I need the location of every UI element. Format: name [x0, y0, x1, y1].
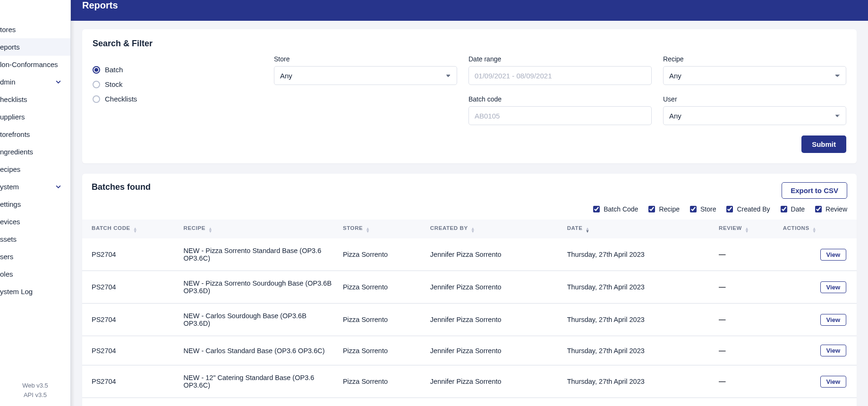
th-review[interactable]: REVIEW▲▼ — [714, 220, 778, 238]
cell-store: Pizza Sorrento — [338, 271, 425, 304]
cell-review: — — [714, 238, 778, 271]
cell-created_by: Jennifer Pizza Sorrento — [425, 304, 562, 336]
sidebar-item-0[interactable]: tores — [0, 21, 70, 38]
main: Reports Search & Filter BatchStockCheckl… — [71, 0, 868, 406]
cell-date: Thursday, 27th April 2023 — [562, 365, 714, 398]
recipe-select[interactable]: Any — [663, 66, 846, 85]
sidebar-item-label: ecipes — [0, 165, 20, 173]
report-type-radios: BatchStockChecklists — [93, 55, 263, 153]
sidebar-item-9[interactable]: ystem — [0, 178, 70, 195]
toggle-label: Recipe — [659, 205, 680, 213]
column-toggle-date[interactable]: Date — [779, 204, 805, 214]
date-range-label: Date range — [468, 55, 652, 63]
sidebar-item-label: ssets — [0, 235, 17, 243]
sidebar-item-2[interactable]: lon-Conformances — [0, 56, 70, 73]
sidebar-item-7[interactable]: ngredients — [0, 143, 70, 161]
export-csv-button[interactable]: Export to CSV — [782, 182, 847, 199]
sidebar-item-label: dmin — [0, 78, 16, 86]
checkbox[interactable] — [690, 206, 697, 212]
version-web: Web v3.5 — [0, 381, 70, 390]
sidebar: toreseportslon-Conformancesdminhecklists… — [0, 0, 71, 406]
cell-actions: View — [778, 365, 857, 398]
column-toggle-review[interactable]: Review — [813, 204, 847, 214]
checkbox[interactable] — [593, 206, 600, 212]
column-toggle-batch-code[interactable]: Batch Code — [591, 204, 638, 214]
sidebar-item-12[interactable]: ssets — [0, 230, 70, 248]
radio-label: Stock — [105, 80, 123, 88]
store-select[interactable]: Any — [274, 66, 457, 85]
cell-date: Thursday, 27th April 2023 — [562, 304, 714, 336]
sidebar-item-4[interactable]: hecklists — [0, 91, 70, 108]
checkbox[interactable] — [648, 206, 655, 212]
th-store[interactable]: STORE▲▼ — [338, 220, 425, 238]
column-toggle-store[interactable]: Store — [688, 204, 716, 214]
view-button[interactable]: View — [820, 281, 846, 293]
sidebar-item-13[interactable]: sers — [0, 248, 70, 265]
cell-batch_code: PS2604 — [82, 398, 179, 406]
sidebar-item-label: sers — [0, 253, 13, 261]
toggle-label: Created By — [737, 205, 770, 213]
batch-code-input[interactable] — [468, 106, 652, 125]
cell-recipe: NEW - Pizza Sorrento Standard Base (OP3.… — [179, 238, 338, 271]
sidebar-item-3[interactable]: dmin — [0, 73, 70, 91]
sidebar-item-10[interactable]: ettings — [0, 195, 70, 213]
sidebar-item-8[interactable]: ecipes — [0, 161, 70, 178]
search-filter-panel: Search & Filter BatchStockChecklists Sto… — [82, 29, 857, 163]
toggle-label: Date — [791, 205, 805, 213]
table-row: PS2704NEW - Pizza Sorrento Standard Base… — [82, 238, 857, 271]
view-button[interactable]: View — [820, 314, 846, 326]
radio-dot-icon — [93, 95, 100, 103]
checkbox[interactable] — [781, 206, 787, 212]
th-label: REVIEW — [719, 225, 742, 231]
th-label: DATE — [567, 225, 583, 231]
cell-recipe: NEW - 12" Catering Standard Base (OP3.6 … — [179, 365, 338, 398]
checkbox[interactable] — [815, 206, 822, 212]
cell-actions: View — [778, 304, 857, 336]
cell-store: Pizza Sorrento — [338, 336, 425, 365]
review-dash-icon: — — [719, 347, 726, 355]
cell-created_by: Jennifer Pizza Sorrento — [425, 238, 562, 271]
sort-icon: ▲▼ — [471, 227, 476, 233]
th-actions[interactable]: ACTIONS▲▼ — [778, 220, 857, 238]
cell-recipe: NEW - Pizza Sorrento Sourdough Base (OP3… — [179, 271, 338, 304]
content: Search & Filter BatchStockChecklists Sto… — [71, 21, 868, 406]
column-toggle-recipe[interactable]: Recipe — [647, 204, 680, 214]
batches-table: BATCH CODE▲▼RECIPE▲▼STORE▲▼CREATED BY▲▼D… — [82, 220, 857, 406]
table-row: PS2704NEW - Carlos Standard Base (OP3.6 … — [82, 336, 857, 365]
column-toggle-created-by[interactable]: Created By — [724, 204, 770, 214]
review-dash-icon: — — [719, 251, 726, 258]
submit-button[interactable]: Submit — [801, 135, 846, 153]
view-button[interactable]: View — [820, 376, 846, 388]
cell-store: Pizza Sorrento — [338, 304, 425, 336]
sidebar-item-label: eports — [0, 43, 20, 51]
user-select[interactable]: Any — [663, 106, 846, 125]
sidebar-item-label: lon-Conformances — [0, 60, 58, 68]
batch-code-label: Batch code — [468, 95, 652, 103]
th-created_by[interactable]: CREATED BY▲▼ — [425, 220, 562, 238]
th-label: BATCH CODE — [92, 225, 130, 231]
date-range-input[interactable] — [468, 66, 652, 85]
th-recipe[interactable]: RECIPE▲▼ — [179, 220, 338, 238]
sidebar-item-1[interactable]: eports — [0, 38, 70, 56]
sidebar-item-6[interactable]: torefronts — [0, 126, 70, 143]
sidebar-item-15[interactable]: ystem Log — [0, 283, 70, 300]
chevron-down-icon — [56, 78, 61, 86]
view-button[interactable]: View — [820, 249, 846, 261]
radio-stock[interactable]: Stock — [93, 80, 263, 88]
th-batch_code[interactable]: BATCH CODE▲▼ — [82, 220, 179, 238]
view-button[interactable]: View — [820, 345, 846, 356]
sidebar-item-5[interactable]: uppliers — [0, 108, 70, 126]
cell-store: Pizza Sorrento — [338, 365, 425, 398]
checkbox[interactable] — [726, 206, 733, 212]
th-date[interactable]: DATE▲▼ — [562, 220, 714, 238]
search-filter-title: Search & Filter — [93, 39, 846, 49]
cell-store: Pizza Sorrento — [338, 398, 425, 406]
page-title: Reports — [82, 0, 857, 10]
store-field: Store Any — [274, 55, 457, 85]
sidebar-item-14[interactable]: oles — [0, 265, 70, 283]
radio-checklists[interactable]: Checklists — [93, 95, 263, 103]
chevron-down-icon — [56, 183, 61, 191]
cell-review: — — [714, 336, 778, 365]
sidebar-item-11[interactable]: evices — [0, 213, 70, 230]
radio-batch[interactable]: Batch — [93, 66, 263, 74]
